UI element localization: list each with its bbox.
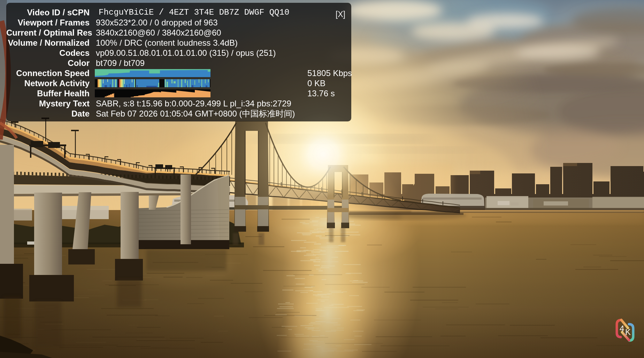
svg-text:4: 4 <box>620 324 624 333</box>
svg-text:K: K <box>625 327 631 337</box>
